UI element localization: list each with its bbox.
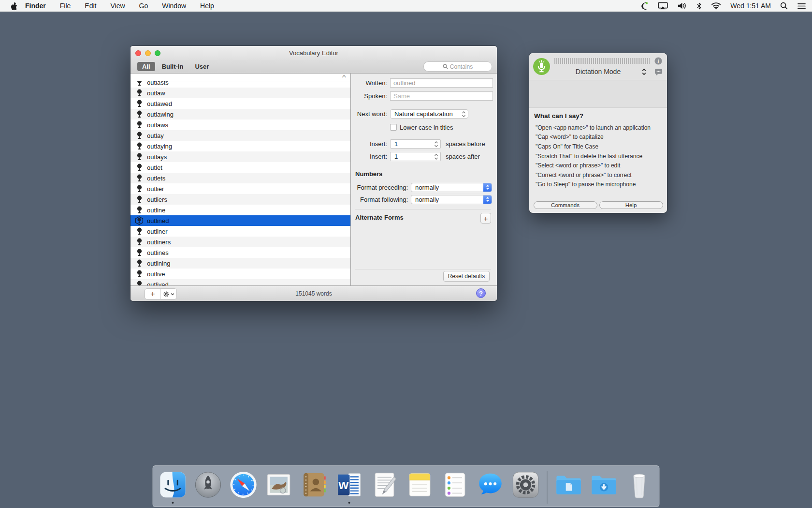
menu-help[interactable]: Help xyxy=(200,2,214,10)
list-item[interactable]: outline xyxy=(130,205,350,215)
add-word-button[interactable]: + xyxy=(145,289,160,299)
window-title: Vocabulary Editor xyxy=(289,49,338,57)
apple-menu[interactable] xyxy=(9,1,18,10)
list-item[interactable]: outlaws xyxy=(130,120,350,130)
dragon-icon[interactable] xyxy=(639,1,649,11)
word-label: outlets xyxy=(147,175,165,182)
menu-bar: FinderFileEditViewGoWindowHelp Wed 1:51 … xyxy=(0,0,812,12)
word-label: outlining xyxy=(147,260,170,267)
list-item[interactable]: outlived xyxy=(130,279,350,285)
menu-finder[interactable]: Finder xyxy=(25,2,46,10)
airplay-icon[interactable] xyxy=(658,2,668,10)
minimize-button[interactable] xyxy=(145,50,151,56)
dictation-command: "Correct <word or phrase>" to correct xyxy=(536,170,664,180)
lower-case-checkbox[interactable] xyxy=(390,124,397,131)
tab-user[interactable]: User xyxy=(190,62,214,71)
status-bar: + 151045 words ? xyxy=(130,285,497,301)
list-item[interactable]: outliners xyxy=(130,237,350,247)
dock-mail[interactable] xyxy=(264,470,294,505)
word-list-pane: ^ outlastsoutlawoutlawedoutlawingoutlaws… xyxy=(130,74,350,285)
list-item[interactable]: outlets xyxy=(130,173,350,183)
spotlight-icon[interactable] xyxy=(780,2,788,10)
insert-before-stepper[interactable]: 1 xyxy=(390,139,441,149)
list-item[interactable]: outlier xyxy=(130,183,350,194)
format-preceding-popup[interactable]: normally xyxy=(411,183,492,192)
list-actions-group: + xyxy=(145,288,177,299)
dock-safari[interactable] xyxy=(229,470,259,505)
list-sort-header[interactable]: ^ xyxy=(130,74,350,81)
menu-edit[interactable]: Edit xyxy=(85,2,96,10)
mode-stepper-icon[interactable] xyxy=(641,68,647,78)
dock-launchpad[interactable] xyxy=(193,470,223,505)
format-following-popup[interactable]: normally xyxy=(411,195,492,204)
dock-word[interactable]: W xyxy=(334,470,364,505)
commands-button[interactable]: Commands xyxy=(534,201,597,209)
list-item[interactable]: outliner xyxy=(130,226,350,237)
menu-window[interactable]: Window xyxy=(162,2,186,10)
dock-textedit[interactable] xyxy=(370,470,400,505)
notification-center-icon[interactable] xyxy=(797,2,806,10)
dictation-header: Dictation Mode i xyxy=(529,53,667,80)
dock-downloads-folder[interactable] xyxy=(589,470,619,505)
list-item[interactable]: outlaying xyxy=(130,141,350,151)
written-label: Written: xyxy=(353,79,387,87)
list-item[interactable]: outlawing xyxy=(130,109,350,120)
actions-menu-button[interactable] xyxy=(160,289,176,299)
speech-bubble-icon[interactable] xyxy=(654,68,663,78)
list-item[interactable]: outlive xyxy=(130,269,350,279)
next-word-popup[interactable]: Natural capitalization xyxy=(390,109,468,119)
list-item[interactable]: outlining xyxy=(130,258,350,269)
launchpad-icon xyxy=(193,470,223,505)
title-bar[interactable]: Vocabulary Editor xyxy=(130,46,497,60)
search-field[interactable]: Contains xyxy=(423,61,492,72)
insert-after-stepper[interactable]: 1 xyxy=(390,152,441,161)
word-icon xyxy=(135,281,144,286)
spoken-field[interactable]: Same xyxy=(390,91,493,101)
dictation-help-button[interactable]: Help xyxy=(599,201,663,209)
help-button[interactable]: ? xyxy=(476,288,486,298)
tab-all[interactable]: All xyxy=(137,62,155,71)
list-item[interactable]: outliers xyxy=(130,194,350,205)
dock-trash[interactable] xyxy=(624,470,654,505)
alternate-forms-header: Alternate Forms xyxy=(355,214,404,221)
zoom-button[interactable] xyxy=(155,50,160,56)
dock-documents-folder[interactable] xyxy=(554,470,584,505)
running-indicator xyxy=(348,502,350,504)
wifi-icon[interactable] xyxy=(711,2,721,10)
dock-contacts[interactable] xyxy=(299,470,329,505)
written-field[interactable]: outlined xyxy=(390,78,493,88)
list-item[interactable]: outlaw xyxy=(130,88,350,98)
bluetooth-icon[interactable] xyxy=(696,2,702,10)
insert-before-label: Insert: xyxy=(353,140,387,148)
dock-finder[interactable] xyxy=(158,470,188,505)
menu-view[interactable]: View xyxy=(110,2,125,10)
menu-clock[interactable]: Wed 1:51 AM xyxy=(730,2,771,10)
list-item[interactable]: outlay xyxy=(130,130,350,141)
word-label: outlined xyxy=(147,217,169,224)
word-icon xyxy=(135,164,144,172)
list-item[interactable]: outlines xyxy=(130,247,350,258)
search-icon xyxy=(443,64,448,69)
add-alternate-form-button[interactable]: + xyxy=(480,213,491,224)
stepper-icon xyxy=(462,111,466,119)
list-item[interactable]: outlined xyxy=(130,215,350,226)
close-button[interactable] xyxy=(135,50,141,56)
word-label: outlier xyxy=(147,185,164,193)
info-icon[interactable]: i xyxy=(654,57,662,67)
dock-notes[interactable] xyxy=(405,470,435,505)
list-item[interactable]: outlet xyxy=(130,162,350,173)
dock-system-preferences[interactable] xyxy=(511,470,541,505)
list-item[interactable]: outlawed xyxy=(130,98,350,109)
messages-icon xyxy=(476,470,506,505)
word-icon xyxy=(135,121,144,129)
menu-go[interactable]: Go xyxy=(139,2,148,10)
reset-defaults-button[interactable]: Reset defaults xyxy=(443,271,490,282)
tab-builtin[interactable]: Built-In xyxy=(157,62,188,71)
list-item[interactable]: outlays xyxy=(130,151,350,162)
dock-reminders[interactable] xyxy=(440,470,470,505)
menu-file[interactable]: File xyxy=(60,2,71,10)
word-icon xyxy=(135,132,144,140)
volume-icon[interactable] xyxy=(677,2,687,10)
dock-messages[interactable] xyxy=(476,470,506,505)
system-preferences-icon xyxy=(511,470,541,505)
